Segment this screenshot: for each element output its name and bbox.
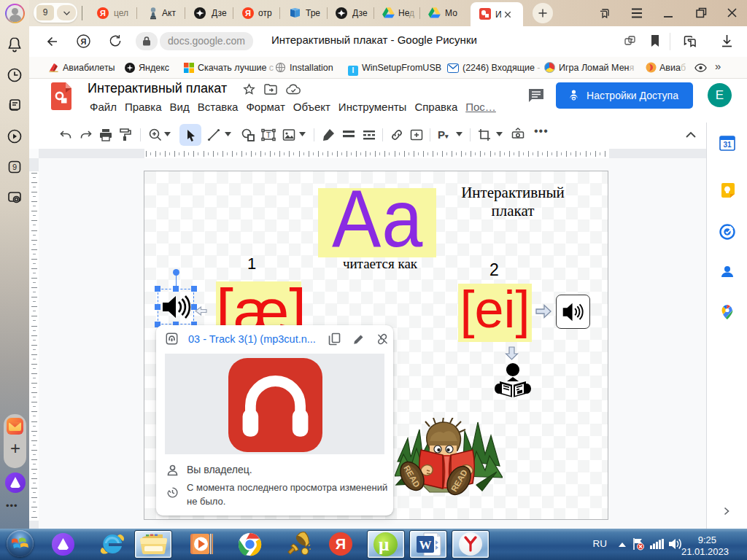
svg-text:T: T — [266, 131, 271, 139]
svg-text:Я: Я — [81, 37, 87, 46]
svg-text:W: W — [419, 538, 432, 552]
svg-text:31: 31 — [723, 141, 732, 149]
svg-text:9: 9 — [12, 163, 17, 171]
